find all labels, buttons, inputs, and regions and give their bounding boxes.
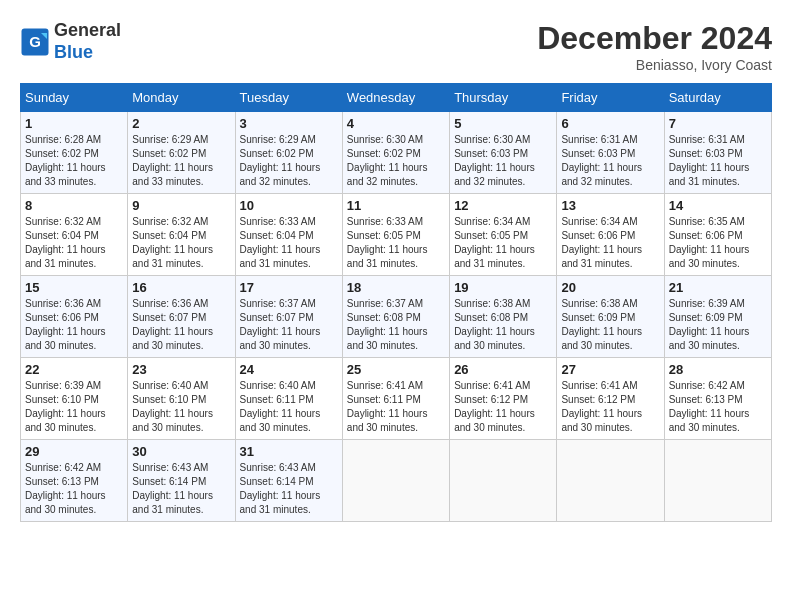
day-info: Sunrise: 6:37 AMSunset: 6:07 PMDaylight:…: [240, 297, 338, 353]
day-number: 5: [454, 116, 552, 131]
day-info: Sunrise: 6:33 AMSunset: 6:04 PMDaylight:…: [240, 215, 338, 271]
day-number: 26: [454, 362, 552, 377]
calendar-cell: 31Sunrise: 6:43 AMSunset: 6:14 PMDayligh…: [235, 440, 342, 522]
calendar-cell: 24Sunrise: 6:40 AMSunset: 6:11 PMDayligh…: [235, 358, 342, 440]
calendar-cell: 7Sunrise: 6:31 AMSunset: 6:03 PMDaylight…: [664, 112, 771, 194]
location: Beniasso, Ivory Coast: [537, 57, 772, 73]
weekday-header: Thursday: [450, 84, 557, 112]
calendar-cell: 17Sunrise: 6:37 AMSunset: 6:07 PMDayligh…: [235, 276, 342, 358]
day-number: 28: [669, 362, 767, 377]
day-info: Sunrise: 6:30 AMSunset: 6:02 PMDaylight:…: [347, 133, 445, 189]
calendar-cell: 12Sunrise: 6:34 AMSunset: 6:05 PMDayligh…: [450, 194, 557, 276]
calendar-cell: 5Sunrise: 6:30 AMSunset: 6:03 PMDaylight…: [450, 112, 557, 194]
day-info: Sunrise: 6:33 AMSunset: 6:05 PMDaylight:…: [347, 215, 445, 271]
calendar-cell: 25Sunrise: 6:41 AMSunset: 6:11 PMDayligh…: [342, 358, 449, 440]
calendar-cell: 13Sunrise: 6:34 AMSunset: 6:06 PMDayligh…: [557, 194, 664, 276]
day-info: Sunrise: 6:41 AMSunset: 6:11 PMDaylight:…: [347, 379, 445, 435]
day-number: 11: [347, 198, 445, 213]
day-info: Sunrise: 6:43 AMSunset: 6:14 PMDaylight:…: [240, 461, 338, 517]
day-number: 12: [454, 198, 552, 213]
weekday-header: Sunday: [21, 84, 128, 112]
calendar-cell: 2Sunrise: 6:29 AMSunset: 6:02 PMDaylight…: [128, 112, 235, 194]
calendar-cell: 9Sunrise: 6:32 AMSunset: 6:04 PMDaylight…: [128, 194, 235, 276]
day-number: 18: [347, 280, 445, 295]
day-info: Sunrise: 6:39 AMSunset: 6:09 PMDaylight:…: [669, 297, 767, 353]
day-number: 3: [240, 116, 338, 131]
day-info: Sunrise: 6:31 AMSunset: 6:03 PMDaylight:…: [669, 133, 767, 189]
calendar-cell: 28Sunrise: 6:42 AMSunset: 6:13 PMDayligh…: [664, 358, 771, 440]
svg-text:G: G: [29, 32, 41, 49]
day-info: Sunrise: 6:31 AMSunset: 6:03 PMDaylight:…: [561, 133, 659, 189]
day-info: Sunrise: 6:29 AMSunset: 6:02 PMDaylight:…: [240, 133, 338, 189]
calendar-cell: 29Sunrise: 6:42 AMSunset: 6:13 PMDayligh…: [21, 440, 128, 522]
day-number: 13: [561, 198, 659, 213]
day-number: 16: [132, 280, 230, 295]
day-number: 1: [25, 116, 123, 131]
weekday-header: Tuesday: [235, 84, 342, 112]
day-number: 4: [347, 116, 445, 131]
day-number: 19: [454, 280, 552, 295]
day-number: 23: [132, 362, 230, 377]
calendar-week-row: 1Sunrise: 6:28 AMSunset: 6:02 PMDaylight…: [21, 112, 772, 194]
day-number: 10: [240, 198, 338, 213]
calendar-cell: 4Sunrise: 6:30 AMSunset: 6:02 PMDaylight…: [342, 112, 449, 194]
day-number: 17: [240, 280, 338, 295]
calendar-cell: 11Sunrise: 6:33 AMSunset: 6:05 PMDayligh…: [342, 194, 449, 276]
calendar-cell: 22Sunrise: 6:39 AMSunset: 6:10 PMDayligh…: [21, 358, 128, 440]
calendar-week-row: 22Sunrise: 6:39 AMSunset: 6:10 PMDayligh…: [21, 358, 772, 440]
calendar-week-row: 8Sunrise: 6:32 AMSunset: 6:04 PMDaylight…: [21, 194, 772, 276]
day-number: 8: [25, 198, 123, 213]
day-number: 29: [25, 444, 123, 459]
calendar-cell: 27Sunrise: 6:41 AMSunset: 6:12 PMDayligh…: [557, 358, 664, 440]
calendar-cell: 18Sunrise: 6:37 AMSunset: 6:08 PMDayligh…: [342, 276, 449, 358]
calendar-cell: 1Sunrise: 6:28 AMSunset: 6:02 PMDaylight…: [21, 112, 128, 194]
calendar-week-row: 29Sunrise: 6:42 AMSunset: 6:13 PMDayligh…: [21, 440, 772, 522]
calendar-cell: 21Sunrise: 6:39 AMSunset: 6:09 PMDayligh…: [664, 276, 771, 358]
calendar-cell: 23Sunrise: 6:40 AMSunset: 6:10 PMDayligh…: [128, 358, 235, 440]
day-info: Sunrise: 6:29 AMSunset: 6:02 PMDaylight:…: [132, 133, 230, 189]
calendar-cell: 20Sunrise: 6:38 AMSunset: 6:09 PMDayligh…: [557, 276, 664, 358]
calendar-cell: 10Sunrise: 6:33 AMSunset: 6:04 PMDayligh…: [235, 194, 342, 276]
day-info: Sunrise: 6:34 AMSunset: 6:06 PMDaylight:…: [561, 215, 659, 271]
day-info: Sunrise: 6:41 AMSunset: 6:12 PMDaylight:…: [561, 379, 659, 435]
day-info: Sunrise: 6:36 AMSunset: 6:07 PMDaylight:…: [132, 297, 230, 353]
calendar-cell: [664, 440, 771, 522]
day-info: Sunrise: 6:30 AMSunset: 6:03 PMDaylight:…: [454, 133, 552, 189]
day-number: 22: [25, 362, 123, 377]
day-info: Sunrise: 6:38 AMSunset: 6:09 PMDaylight:…: [561, 297, 659, 353]
day-info: Sunrise: 6:32 AMSunset: 6:04 PMDaylight:…: [132, 215, 230, 271]
calendar-header-row: SundayMondayTuesdayWednesdayThursdayFrid…: [21, 84, 772, 112]
day-info: Sunrise: 6:41 AMSunset: 6:12 PMDaylight:…: [454, 379, 552, 435]
logo: G General Blue: [20, 20, 121, 63]
weekday-header: Saturday: [664, 84, 771, 112]
calendar-cell: 26Sunrise: 6:41 AMSunset: 6:12 PMDayligh…: [450, 358, 557, 440]
logo-line2: Blue: [54, 42, 121, 64]
day-info: Sunrise: 6:36 AMSunset: 6:06 PMDaylight:…: [25, 297, 123, 353]
day-info: Sunrise: 6:42 AMSunset: 6:13 PMDaylight:…: [25, 461, 123, 517]
calendar-cell: [450, 440, 557, 522]
calendar-cell: 15Sunrise: 6:36 AMSunset: 6:06 PMDayligh…: [21, 276, 128, 358]
day-number: 14: [669, 198, 767, 213]
weekday-header: Friday: [557, 84, 664, 112]
calendar-cell: 19Sunrise: 6:38 AMSunset: 6:08 PMDayligh…: [450, 276, 557, 358]
day-number: 30: [132, 444, 230, 459]
day-info: Sunrise: 6:43 AMSunset: 6:14 PMDaylight:…: [132, 461, 230, 517]
weekday-header: Wednesday: [342, 84, 449, 112]
day-number: 25: [347, 362, 445, 377]
weekday-header: Monday: [128, 84, 235, 112]
day-info: Sunrise: 6:37 AMSunset: 6:08 PMDaylight:…: [347, 297, 445, 353]
day-info: Sunrise: 6:40 AMSunset: 6:11 PMDaylight:…: [240, 379, 338, 435]
calendar-cell: 8Sunrise: 6:32 AMSunset: 6:04 PMDaylight…: [21, 194, 128, 276]
day-info: Sunrise: 6:35 AMSunset: 6:06 PMDaylight:…: [669, 215, 767, 271]
logo-line1: General: [54, 20, 121, 42]
title-area: December 2024 Beniasso, Ivory Coast: [537, 20, 772, 73]
day-number: 2: [132, 116, 230, 131]
day-number: 27: [561, 362, 659, 377]
day-number: 7: [669, 116, 767, 131]
logo-icon: G: [20, 27, 50, 57]
calendar-week-row: 15Sunrise: 6:36 AMSunset: 6:06 PMDayligh…: [21, 276, 772, 358]
calendar-cell: 6Sunrise: 6:31 AMSunset: 6:03 PMDaylight…: [557, 112, 664, 194]
day-info: Sunrise: 6:28 AMSunset: 6:02 PMDaylight:…: [25, 133, 123, 189]
page-header: G General Blue December 2024 Beniasso, I…: [20, 20, 772, 73]
day-info: Sunrise: 6:40 AMSunset: 6:10 PMDaylight:…: [132, 379, 230, 435]
